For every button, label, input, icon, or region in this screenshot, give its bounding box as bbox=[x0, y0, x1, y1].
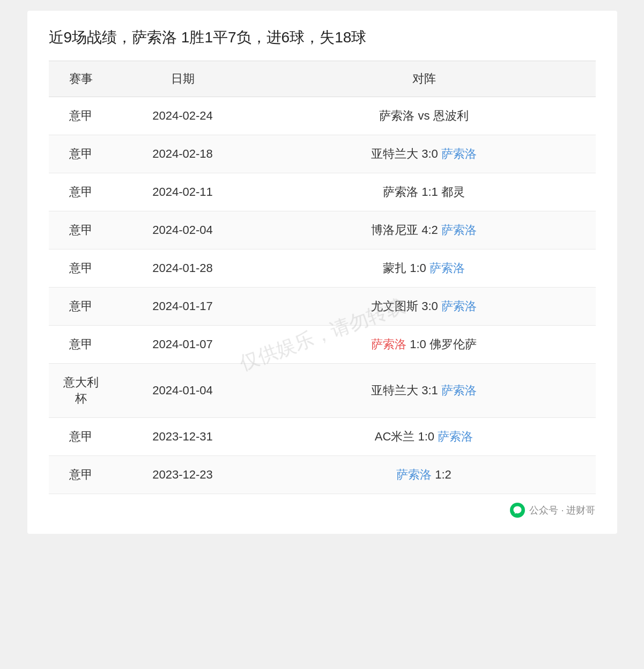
table-row: 意甲2024-02-18亚特兰大 3:0 萨索洛 bbox=[49, 135, 596, 173]
cell-event: 意甲 bbox=[49, 211, 113, 249]
cell-match: AC米兰 1:0 萨索洛 bbox=[253, 418, 596, 456]
cell-date: 2024-02-11 bbox=[113, 173, 253, 211]
team-home: 亚特兰大 bbox=[371, 384, 418, 397]
header-match: 对阵 bbox=[253, 61, 596, 97]
team-away: 萨索洛 bbox=[441, 147, 477, 160]
cell-match: 萨索洛 1:2 bbox=[253, 456, 596, 494]
table-row: 意甲2024-01-28蒙扎 1:0 萨索洛 bbox=[49, 249, 596, 288]
table-row: 意大利杯2024-01-04亚特兰大 3:1 萨索洛 bbox=[49, 364, 596, 418]
table-row: 意甲2024-01-17尤文图斯 3:0 萨索洛 bbox=[49, 288, 596, 326]
cell-date: 2024-02-04 bbox=[113, 211, 253, 249]
cell-event: 意甲 bbox=[49, 418, 113, 456]
cell-match: 亚特兰大 3:1 萨索洛 bbox=[253, 364, 596, 418]
cell-match: 亚特兰大 3:0 萨索洛 bbox=[253, 135, 596, 173]
cell-date: 2024-02-24 bbox=[113, 97, 253, 135]
header-event: 赛事 bbox=[49, 61, 113, 97]
team-away: 佛罗伦萨 bbox=[430, 337, 477, 351]
team-home: 萨索洛 bbox=[396, 468, 432, 481]
match-score: 1:0 bbox=[406, 261, 430, 275]
team-home: AC米兰 bbox=[375, 430, 415, 443]
match-score: 1:0 bbox=[406, 337, 430, 351]
table-row: 意甲2023-12-31AC米兰 1:0 萨索洛 bbox=[49, 418, 596, 456]
cell-event: 意甲 bbox=[49, 173, 113, 211]
cell-match: 蒙扎 1:0 萨索洛 bbox=[253, 249, 596, 288]
table-row: 意甲2024-02-24萨索洛 vs 恩波利 bbox=[49, 97, 596, 135]
team-away: 都灵 bbox=[441, 185, 465, 199]
match-score: 4:2 bbox=[418, 223, 441, 237]
cell-event: 意甲 bbox=[49, 288, 113, 326]
team-away: 萨索洛 bbox=[441, 223, 477, 237]
cell-event: 意甲 bbox=[49, 456, 113, 494]
cell-match: 博洛尼亚 4:2 萨索洛 bbox=[253, 211, 596, 249]
team-home: 亚特兰大 bbox=[371, 147, 418, 160]
cell-match: 尤文图斯 3:0 萨索洛 bbox=[253, 288, 596, 326]
team-away: 萨索洛 bbox=[441, 384, 477, 397]
match-score: 3:0 bbox=[418, 299, 441, 313]
cell-match: 萨索洛 1:1 都灵 bbox=[253, 173, 596, 211]
team-home: 萨索洛 bbox=[379, 109, 414, 122]
table-header-row: 赛事 日期 对阵 bbox=[49, 61, 596, 97]
cell-match: 萨索洛 vs 恩波利 bbox=[253, 97, 596, 135]
header-date: 日期 bbox=[113, 61, 253, 97]
team-home: 博洛尼亚 bbox=[371, 223, 418, 237]
match-score: 3:1 bbox=[418, 384, 441, 397]
cell-date: 2024-02-18 bbox=[113, 135, 253, 173]
cell-date: 2024-01-07 bbox=[113, 326, 253, 364]
table-row: 意甲2024-01-07萨索洛 1:0 佛罗伦萨 bbox=[49, 326, 596, 364]
main-container: 近9场战绩，萨索洛 1胜1平7负，进6球，失18球 赛事 日期 对阵 意甲202… bbox=[27, 11, 617, 534]
wechat-icon bbox=[510, 503, 525, 518]
cell-event: 意甲 bbox=[49, 97, 113, 135]
match-score: 1:0 bbox=[414, 430, 438, 443]
team-home: 萨索洛 bbox=[371, 337, 406, 351]
team-away: 萨索洛 bbox=[441, 299, 477, 313]
cell-date: 2024-01-04 bbox=[113, 364, 253, 418]
cell-date: 2023-12-31 bbox=[113, 418, 253, 456]
cell-date: 2023-12-23 bbox=[113, 456, 253, 494]
team-away: 恩波利 bbox=[433, 109, 469, 122]
cell-event: 意大利杯 bbox=[49, 364, 113, 418]
cell-event: 意甲 bbox=[49, 249, 113, 288]
cell-date: 2024-01-17 bbox=[113, 288, 253, 326]
page-title: 近9场战绩，萨索洛 1胜1平7负，进6球，失18球 bbox=[49, 27, 596, 48]
cell-date: 2024-01-28 bbox=[113, 249, 253, 288]
cell-match: 萨索洛 1:0 佛罗伦萨 bbox=[253, 326, 596, 364]
team-home: 萨索洛 bbox=[383, 185, 418, 199]
match-score: 3:0 bbox=[418, 147, 441, 160]
match-score: 1:2 bbox=[432, 468, 451, 481]
table-row: 意甲2024-02-04博洛尼亚 4:2 萨索洛 bbox=[49, 211, 596, 249]
cell-event: 意甲 bbox=[49, 326, 113, 364]
match-score: 1:1 bbox=[418, 185, 441, 199]
matches-table: 赛事 日期 对阵 意甲2024-02-24萨索洛 vs 恩波利意甲2024-02… bbox=[49, 61, 596, 494]
team-away: 萨索洛 bbox=[438, 430, 473, 443]
team-home: 蒙扎 bbox=[383, 261, 406, 275]
table-row: 意甲2023-12-23萨索洛 1:2 bbox=[49, 456, 596, 494]
team-away: 萨索洛 bbox=[430, 261, 465, 275]
footer-brand-text: 公众号 · 进财哥 bbox=[529, 504, 595, 517]
cell-event: 意甲 bbox=[49, 135, 113, 173]
match-score: vs bbox=[414, 109, 433, 122]
team-home: 尤文图斯 bbox=[371, 299, 418, 313]
footer-brand: 公众号 · 进财哥 bbox=[49, 503, 596, 518]
table-row: 意甲2024-02-11萨索洛 1:1 都灵 bbox=[49, 173, 596, 211]
